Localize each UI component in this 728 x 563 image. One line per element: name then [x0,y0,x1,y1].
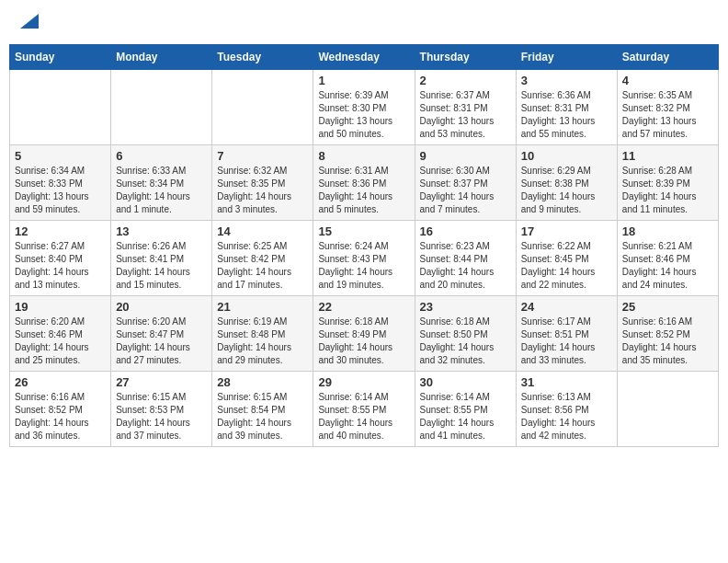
calendar-day-cell: 25Sunrise: 6:16 AM Sunset: 8:52 PM Dayli… [617,296,718,372]
calendar-day-cell: 20Sunrise: 6:20 AM Sunset: 8:47 PM Dayli… [111,296,212,372]
day-number: 8 [318,149,409,163]
calendar-day-cell: 1Sunrise: 6:39 AM Sunset: 8:30 PM Daylig… [313,70,415,145]
day-info: Sunrise: 6:29 AM Sunset: 8:38 PM Dayligh… [521,165,612,216]
calendar-day-cell: 29Sunrise: 6:14 AM Sunset: 8:55 PM Dayli… [313,372,415,447]
calendar-week-row: 1Sunrise: 6:39 AM Sunset: 8:30 PM Daylig… [10,70,719,145]
calendar-day-cell: 23Sunrise: 6:18 AM Sunset: 8:50 PM Dayli… [415,296,516,372]
day-info: Sunrise: 6:39 AM Sunset: 8:30 PM Dayligh… [318,89,409,141]
calendar-day-cell: 21Sunrise: 6:19 AM Sunset: 8:48 PM Dayli… [212,296,313,372]
calendar-day-cell [212,70,313,145]
calendar-day-cell: 15Sunrise: 6:24 AM Sunset: 8:43 PM Dayli… [313,221,415,296]
calendar-day-cell: 30Sunrise: 6:14 AM Sunset: 8:55 PM Dayli… [415,372,516,447]
calendar-day-cell: 2Sunrise: 6:37 AM Sunset: 8:31 PM Daylig… [415,70,516,145]
day-info: Sunrise: 6:28 AM Sunset: 8:39 PM Dayligh… [622,165,713,216]
day-info: Sunrise: 6:33 AM Sunset: 8:34 PM Dayligh… [116,165,207,216]
logo [18,14,39,30]
calendar-day-cell: 7Sunrise: 6:32 AM Sunset: 8:35 PM Daylig… [212,145,313,221]
weekday-header-cell: Sunday [10,45,111,70]
weekday-header-cell: Thursday [415,45,516,70]
calendar-day-cell: 31Sunrise: 6:13 AM Sunset: 8:56 PM Dayli… [516,372,617,447]
calendar-day-cell: 11Sunrise: 6:28 AM Sunset: 8:39 PM Dayli… [617,145,718,221]
calendar-day-cell: 16Sunrise: 6:23 AM Sunset: 8:44 PM Dayli… [415,221,516,296]
calendar-day-cell: 12Sunrise: 6:27 AM Sunset: 8:40 PM Dayli… [10,221,111,296]
weekday-header-cell: Friday [516,45,617,70]
day-number: 2 [420,74,511,87]
day-number: 24 [521,300,612,314]
calendar-day-cell: 13Sunrise: 6:26 AM Sunset: 8:41 PM Dayli… [111,221,212,296]
day-info: Sunrise: 6:25 AM Sunset: 8:42 PM Dayligh… [217,240,308,292]
calendar-day-cell: 18Sunrise: 6:21 AM Sunset: 8:46 PM Dayli… [617,221,718,296]
day-number: 5 [15,149,106,163]
day-info: Sunrise: 6:24 AM Sunset: 8:43 PM Dayligh… [318,240,409,292]
day-number: 4 [622,74,713,87]
day-info: Sunrise: 6:21 AM Sunset: 8:46 PM Dayligh… [622,240,713,292]
calendar-week-row: 12Sunrise: 6:27 AM Sunset: 8:40 PM Dayli… [10,221,719,296]
day-info: Sunrise: 6:23 AM Sunset: 8:44 PM Dayligh… [420,240,511,292]
day-info: Sunrise: 6:16 AM Sunset: 8:52 PM Dayligh… [622,316,713,367]
day-info: Sunrise: 6:27 AM Sunset: 8:40 PM Dayligh… [15,240,106,292]
day-number: 28 [217,375,308,389]
day-number: 6 [116,149,207,163]
calendar-day-cell: 26Sunrise: 6:16 AM Sunset: 8:52 PM Dayli… [10,372,111,447]
calendar-day-cell: 3Sunrise: 6:36 AM Sunset: 8:31 PM Daylig… [516,70,617,145]
weekday-header-cell: Wednesday [313,45,415,70]
day-number: 19 [15,300,106,314]
calendar-day-cell [617,372,718,447]
day-info: Sunrise: 6:15 AM Sunset: 8:54 PM Dayligh… [217,391,308,442]
day-number: 30 [420,375,511,389]
day-number: 27 [116,375,207,389]
calendar-day-cell: 6Sunrise: 6:33 AM Sunset: 8:34 PM Daylig… [111,145,212,221]
calendar-week-row: 19Sunrise: 6:20 AM Sunset: 8:46 PM Dayli… [10,296,719,372]
calendar-day-cell: 14Sunrise: 6:25 AM Sunset: 8:42 PM Dayli… [212,221,313,296]
weekday-header-cell: Tuesday [212,45,313,70]
calendar-day-cell: 10Sunrise: 6:29 AM Sunset: 8:38 PM Dayli… [516,145,617,221]
weekday-header-cell: Monday [111,45,212,70]
day-number: 16 [420,224,511,238]
day-number: 15 [318,224,409,238]
day-number: 31 [521,375,612,389]
calendar-day-cell: 4Sunrise: 6:35 AM Sunset: 8:32 PM Daylig… [617,70,718,145]
day-info: Sunrise: 6:13 AM Sunset: 8:56 PM Dayligh… [521,391,612,442]
weekday-header-row: SundayMondayTuesdayWednesdayThursdayFrid… [10,45,719,70]
day-number: 20 [116,300,207,314]
day-number: 21 [217,300,308,314]
weekday-header-cell: Saturday [617,45,718,70]
day-info: Sunrise: 6:32 AM Sunset: 8:35 PM Dayligh… [217,165,308,216]
calendar-day-cell: 9Sunrise: 6:30 AM Sunset: 8:37 PM Daylig… [415,145,516,221]
day-info: Sunrise: 6:18 AM Sunset: 8:49 PM Dayligh… [318,316,409,367]
day-number: 9 [420,149,511,163]
day-number: 18 [622,224,713,238]
day-info: Sunrise: 6:30 AM Sunset: 8:37 PM Dayligh… [420,165,511,216]
calendar-table: SundayMondayTuesdayWednesdayThursdayFrid… [9,44,719,447]
day-number: 7 [217,149,308,163]
day-info: Sunrise: 6:26 AM Sunset: 8:41 PM Dayligh… [116,240,207,292]
calendar-day-cell: 19Sunrise: 6:20 AM Sunset: 8:46 PM Dayli… [10,296,111,372]
day-info: Sunrise: 6:18 AM Sunset: 8:50 PM Dayligh… [420,316,511,367]
calendar-day-cell: 22Sunrise: 6:18 AM Sunset: 8:49 PM Dayli… [313,296,415,372]
calendar-day-cell: 24Sunrise: 6:17 AM Sunset: 8:51 PM Dayli… [516,296,617,372]
day-number: 29 [318,375,409,389]
calendar-day-cell [10,70,111,145]
day-number: 17 [521,224,612,238]
day-info: Sunrise: 6:20 AM Sunset: 8:46 PM Dayligh… [15,316,106,367]
day-info: Sunrise: 6:22 AM Sunset: 8:45 PM Dayligh… [521,240,612,292]
calendar-day-cell: 17Sunrise: 6:22 AM Sunset: 8:45 PM Dayli… [516,221,617,296]
day-number: 26 [15,375,106,389]
day-info: Sunrise: 6:15 AM Sunset: 8:53 PM Dayligh… [116,391,207,442]
day-number: 13 [116,224,207,238]
day-info: Sunrise: 6:16 AM Sunset: 8:52 PM Dayligh… [15,391,106,442]
calendar-day-cell: 27Sunrise: 6:15 AM Sunset: 8:53 PM Dayli… [111,372,212,447]
day-info: Sunrise: 6:20 AM Sunset: 8:47 PM Dayligh… [116,316,207,367]
calendar-body: 1Sunrise: 6:39 AM Sunset: 8:30 PM Daylig… [10,70,719,447]
day-number: 1 [318,74,409,87]
day-number: 11 [622,149,713,163]
day-number: 14 [217,224,308,238]
calendar-week-row: 26Sunrise: 6:16 AM Sunset: 8:52 PM Dayli… [10,372,719,447]
day-info: Sunrise: 6:36 AM Sunset: 8:31 PM Dayligh… [521,89,612,141]
day-info: Sunrise: 6:37 AM Sunset: 8:31 PM Dayligh… [420,89,511,141]
day-info: Sunrise: 6:34 AM Sunset: 8:33 PM Dayligh… [15,165,106,216]
calendar-day-cell: 8Sunrise: 6:31 AM Sunset: 8:36 PM Daylig… [313,145,415,221]
day-number: 25 [622,300,713,314]
day-number: 12 [15,224,106,238]
calendar-day-cell: 28Sunrise: 6:15 AM Sunset: 8:54 PM Dayli… [212,372,313,447]
